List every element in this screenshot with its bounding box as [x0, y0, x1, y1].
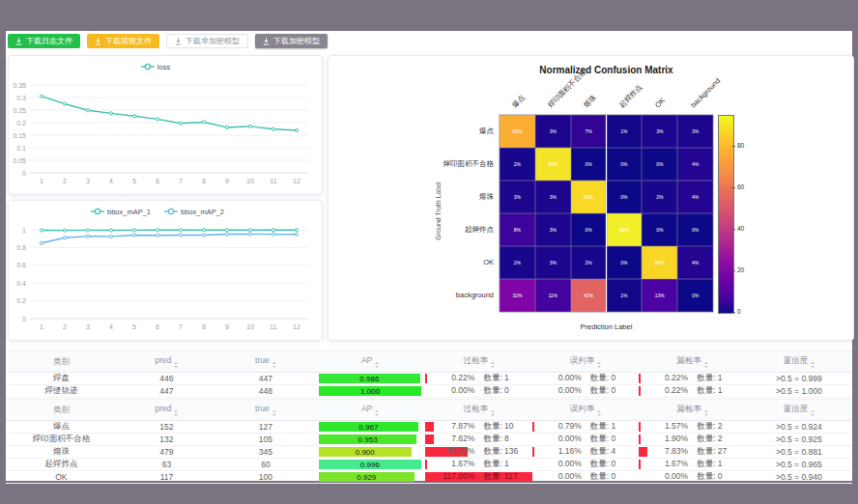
y-tick-label: 0.8: [16, 244, 26, 251]
column-header-AP[interactable]: AP: [315, 400, 426, 421]
sort-icon[interactable]: [375, 410, 379, 416]
sort-icon[interactable]: [491, 362, 495, 368]
column-header-pred[interactable]: pred: [117, 400, 216, 421]
download-icon: [175, 38, 182, 45]
column-header-label: 置信度: [784, 355, 809, 365]
column-header-置信度[interactable]: 置信度: [746, 351, 852, 373]
data-point: [86, 229, 89, 232]
download-report-button[interactable]: 下载简报文件: [87, 34, 159, 48]
x-tick-label: 11: [270, 323, 276, 330]
column-header-AP[interactable]: AP: [315, 351, 426, 373]
rate-quantity: 数量: 0: [582, 471, 637, 483]
y-tick-label: 1: [22, 227, 26, 234]
column-header-label: pred: [155, 404, 171, 413]
column-header-true[interactable]: true: [216, 400, 315, 421]
cell-true: 447: [216, 373, 315, 385]
column-header-类别: 类别: [6, 351, 117, 373]
data-point: [156, 229, 158, 232]
y-tick-label: 0.2: [16, 297, 26, 304]
column-header-过检率[interactable]: 过检率: [425, 351, 531, 373]
sort-icon[interactable]: [704, 410, 708, 416]
data-point: [248, 125, 251, 127]
column-header-label: 过检率: [463, 404, 488, 413]
cell-pred: 63: [117, 459, 216, 471]
data-point: [272, 127, 274, 130]
sort-icon[interactable]: [704, 362, 708, 368]
rate-quantity: 数量: 2: [688, 421, 743, 433]
sort-icon[interactable]: [811, 410, 815, 416]
column-header-pred[interactable]: pred: [117, 351, 216, 373]
legend-item-bbox_mAP_2[interactable]: bbox_mAP_2: [164, 208, 224, 216]
cell-miss-rate: 1.90%数量: 2: [639, 434, 745, 446]
cell-true: 100: [216, 471, 315, 484]
download-icon: [95, 38, 101, 45]
column-header-label: AP: [361, 404, 372, 413]
cell-true: 60: [216, 459, 315, 471]
sort-icon[interactable]: [597, 410, 601, 416]
sort-icon[interactable]: [272, 362, 276, 368]
button-label: 下载非加密模型: [186, 38, 240, 45]
screenshot-root: { "toolbar": { "buttons": [ {"label": "下…: [0, 0, 858, 504]
data-point: [156, 118, 158, 121]
sort-icon[interactable]: [491, 410, 495, 416]
confusion-matrix-card: Normalized Confusion Matrix83%3%7%1%3%3%…: [328, 55, 854, 341]
matrix-title: Normalized Confusion Matrix: [500, 65, 713, 75]
download-encrypted-model-button[interactable]: 下载加密模型: [255, 34, 328, 48]
sort-icon[interactable]: [174, 362, 178, 368]
x-tick-label: 1: [40, 178, 43, 184]
matrix-col-label: background: [689, 76, 723, 110]
column-header-误判率[interactable]: 误判率: [532, 400, 639, 421]
cell-misjudge-rate: 0.00%数量: 0: [532, 385, 639, 398]
metrics-table-1: 类别predtrueAP过检率误判率漏检率置信度焊盘4464470.9860.2…: [6, 350, 852, 398]
table-header-row: 类别predtrueAP过检率误判率漏检率置信度: [6, 351, 852, 373]
column-header-过检率[interactable]: 过检率: [425, 400, 531, 421]
cell-category: 焊盘: [6, 373, 117, 385]
legend-item-loss[interactable]: loss: [141, 63, 171, 71]
cell-pred: 132: [117, 434, 216, 446]
sort-icon[interactable]: [597, 362, 601, 368]
cell-confidence: >0.5 = 0.999: [746, 373, 852, 385]
legend-label: loss: [157, 63, 171, 71]
x-tick-label: 9: [225, 178, 229, 184]
column-header-漏检率[interactable]: 漏检率: [639, 351, 745, 373]
sort-icon[interactable]: [811, 362, 815, 368]
data-point: [109, 229, 112, 232]
cell-misjudge-rate: 0.00%数量: 0: [532, 471, 639, 484]
rate-quantity: 数量: 1: [688, 373, 743, 384]
column-header-误判率[interactable]: 误判率: [532, 351, 639, 373]
sort-icon[interactable]: [375, 362, 379, 368]
colorbar-tick-label: 80: [737, 142, 744, 149]
data-point: [86, 109, 89, 112]
ap-bar: 1.000: [319, 386, 422, 396]
data-point: [40, 95, 43, 98]
colorbar-tick-mark: [732, 229, 735, 230]
x-tick-label: 9: [225, 323, 229, 330]
rate-quantity: 数量: 0: [688, 471, 743, 483]
column-header-漏检率[interactable]: 漏检率: [639, 400, 745, 421]
sort-icon[interactable]: [272, 410, 276, 416]
legend-item-bbox_mAP_1[interactable]: bbox_mAP_1: [91, 208, 151, 216]
data-point: [132, 115, 135, 118]
x-tick-label: 1: [40, 323, 43, 330]
x-tick-label: 12: [293, 323, 300, 330]
data-point: [63, 229, 66, 232]
ap-bar: 0.929: [319, 472, 415, 482]
x-tick-label: 3: [86, 323, 90, 330]
matrix-row-label: OK: [329, 258, 494, 266]
colorbar-tick-label: 60: [737, 183, 744, 190]
rate-percent: 0.79%: [534, 421, 582, 433]
colorbar-tick-mark: [732, 270, 735, 271]
cell-true: 345: [216, 446, 315, 459]
y-tick-label: 0.35: [13, 82, 26, 89]
column-header-置信度[interactable]: 置信度: [746, 400, 852, 421]
sort-icon[interactable]: [174, 410, 178, 416]
table-row: 爆点1521270.9677.87%数量: 100.79%数量: 11.57%数…: [6, 421, 852, 434]
rate-quantity: 数量: 0: [582, 373, 637, 384]
rate-percent: 0.00%: [534, 471, 582, 483]
download-plain-model-button[interactable]: 下载非加密模型: [166, 34, 248, 48]
download-log-button[interactable]: 下载日志文件: [8, 34, 80, 48]
data-point: [295, 233, 298, 236]
cell-ap: 0.900: [315, 446, 426, 459]
column-header-true[interactable]: true: [216, 351, 315, 373]
y-tick-label: 0.3: [16, 95, 26, 101]
